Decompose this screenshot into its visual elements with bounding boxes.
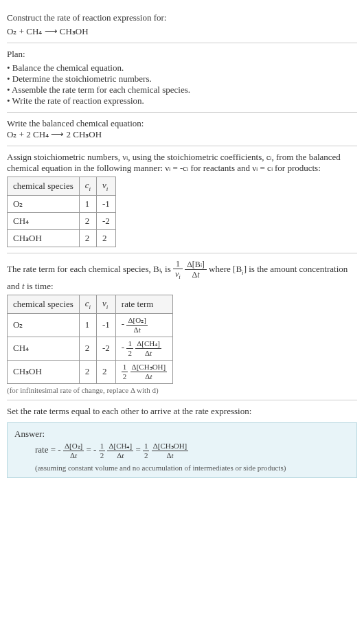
unbalanced-equation: O₂ + CH₄ ⟶ CH₃OH [7, 26, 357, 37]
table-row: CH₄ 2 -2 [8, 212, 116, 229]
stoich-table: chemical species ci νi O₂ 1 -1 CH₄ 2 -2 … [7, 177, 116, 247]
prompt-text: Construct the rate of reaction expressio… [7, 12, 357, 23]
final-label: Set the rate terms equal to each other t… [7, 406, 357, 417]
prompt-section: Construct the rate of reaction expressio… [7, 7, 357, 43]
cell-vi: -2 [97, 337, 116, 360]
rate-intro-frac2: Δ[Bᵢ] Δt [185, 260, 207, 280]
answer-equation: rate = - Δ[O₂] Δt = - 1 2 Δ[CH₄] Δt = 1 … [35, 442, 350, 459]
table-row: O₂ 1 -1 - Δ[O₂] Δt [8, 313, 173, 337]
balanced-equation: O₂ + 2 CH₄ ⟶ 2 CH₃OH [7, 129, 357, 140]
rate-footnote: (for infinitesimal rate of change, repla… [7, 386, 357, 394]
answer-assumption: (assuming constant volume and no accumul… [35, 464, 350, 472]
plan-item: Balance the chemical equation. [7, 62, 357, 73]
answer-label: Answer: [14, 429, 350, 440]
cell-ci: 2 [79, 337, 96, 360]
cell-ci: 1 [79, 195, 96, 212]
final-section: Set the rate terms equal to each other t… [7, 400, 357, 484]
cell-species: O₂ [8, 313, 80, 337]
answer-box: Answer: rate = - Δ[O₂] Δt = - 1 2 Δ[CH₄]… [7, 422, 357, 478]
rate-intro: The rate term for each chemical species,… [7, 259, 357, 292]
cell-rateterm: - 1 2 Δ[CH₄] Δt [115, 337, 172, 360]
cell-vi: -1 [97, 313, 116, 337]
plan-item: Write the rate of reaction expression. [7, 95, 357, 106]
th-species: chemical species [8, 295, 80, 313]
rate-term-section: The rate term for each chemical species,… [7, 253, 357, 400]
table-row: CH₃OH 2 2 [8, 229, 116, 247]
stoich-intro: Assign stoichiometric numbers, νᵢ, using… [7, 152, 357, 174]
cell-vi: -2 [97, 212, 116, 229]
plan-section: Plan: Balance the chemical equation. Det… [7, 43, 357, 113]
th-ci: ci [79, 295, 96, 313]
cell-vi: 2 [97, 360, 116, 383]
th-rateterm: rate term [115, 295, 172, 313]
cell-vi: -1 [97, 195, 116, 212]
cell-ci: 2 [79, 212, 96, 229]
table-row: O₂ 1 -1 [8, 195, 116, 212]
plan-label: Plan: [7, 49, 357, 60]
cell-rateterm: 1 2 Δ[CH₃OH] Δt [115, 360, 172, 383]
cell-vi: 2 [97, 229, 116, 247]
rate-intro-pre: The rate term for each chemical species,… [7, 264, 173, 274]
rate-table: chemical species ci νi rate term O₂ 1 -1… [7, 295, 173, 384]
cell-rateterm: - Δ[O₂] Δt [115, 313, 172, 337]
rate-prefix: rate = [35, 444, 58, 455]
th-ci: ci [79, 177, 96, 196]
rate-intro-frac1: 1 νi [173, 259, 183, 281]
cell-species: CH₃OH [8, 360, 80, 383]
cell-ci: 2 [79, 229, 96, 247]
plan-list: Balance the chemical equation. Determine… [7, 62, 357, 106]
plan-item: Determine the stoichiometric numbers. [7, 73, 357, 84]
cell-species: CH₄ [8, 212, 80, 229]
balanced-section: Write the balanced chemical equation: O₂… [7, 113, 357, 146]
table-header-row: chemical species ci νi [8, 177, 116, 196]
th-species: chemical species [8, 177, 80, 196]
plan-item: Assemble the rate term for each chemical… [7, 84, 357, 95]
cell-species: O₂ [8, 195, 80, 212]
cell-ci: 1 [79, 313, 96, 337]
cell-ci: 2 [79, 360, 96, 383]
th-vi: νi [97, 295, 116, 313]
cell-species: CH₃OH [8, 229, 80, 247]
table-row: CH₃OH 2 2 1 2 Δ[CH₃OH] Δt [8, 360, 173, 383]
balanced-label: Write the balanced chemical equation: [7, 118, 357, 129]
table-header-row: chemical species ci νi rate term [8, 295, 173, 313]
table-row: CH₄ 2 -2 - 1 2 Δ[CH₄] Δt [8, 337, 173, 360]
stoich-section: Assign stoichiometric numbers, νᵢ, using… [7, 146, 357, 253]
th-vi: νi [97, 177, 116, 196]
cell-species: CH₄ [8, 337, 80, 360]
